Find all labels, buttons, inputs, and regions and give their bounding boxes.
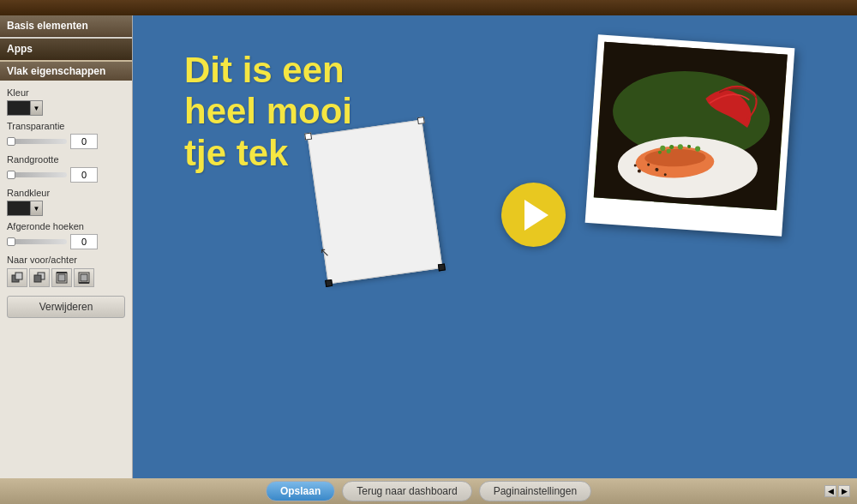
kleur-swatch[interactable] [7, 100, 31, 116]
naar-voor-achter-label: Naar voor/achter [7, 255, 125, 265]
layer-buttons-group [7, 268, 125, 287]
scroll-indicator: ◀ ▶ [824, 485, 850, 497]
afgeronde-hoeken-label: Afgeronde hoeken [7, 221, 125, 231]
randgrootte-slider[interactable] [7, 172, 67, 177]
apps-header[interactable]: Apps [0, 39, 132, 60]
randkleur-label: Randkleur [7, 188, 125, 198]
verwijderen-button[interactable]: Verwijderen [7, 296, 125, 318]
canvas-text-line1: Dit is een [184, 50, 352, 91]
opslaan-button[interactable]: Opslaan [266, 481, 335, 501]
handle-top-right[interactable] [417, 117, 425, 124]
paginainstellingen-button[interactable]: Paginainstellingen [479, 481, 591, 501]
selected-shape[interactable] [307, 119, 442, 284]
svg-rect-8 [81, 274, 87, 281]
scroll-right-arrow[interactable]: ▶ [838, 485, 850, 497]
vlak-eigenschappen-header: Vlak eigenschappen [0, 62, 132, 81]
layer-btn-3[interactable] [51, 268, 72, 287]
play-triangle-icon [524, 200, 548, 231]
randkleur-dropdown[interactable]: ▼ [31, 201, 43, 216]
sidebar: Basis elementen Apps Vlak eigenschappen … [0, 15, 133, 478]
kleur-dropdown[interactable]: ▼ [31, 100, 43, 116]
transparantie-control: 0 [7, 134, 125, 149]
randgrootte-control: 0 [7, 167, 125, 183]
afgeronde-hoeken-slider[interactable] [7, 239, 67, 244]
apps-label: Apps [7, 43, 33, 55]
layer-btn-4[interactable] [74, 268, 94, 287]
handle-bottom-left[interactable] [325, 279, 333, 287]
handle-bottom-right[interactable] [438, 263, 446, 271]
main-area: Basis elementen Apps Vlak eigenschappen … [0, 15, 857, 478]
transparantie-input[interactable]: 0 [70, 134, 98, 149]
top-bar [0, 0, 857, 15]
canvas-area[interactable]: Dit is een heel mooi tje tek ↖ [133, 15, 857, 478]
scroll-left-arrow[interactable]: ◀ [824, 485, 836, 497]
randkleur-swatch[interactable] [7, 201, 31, 216]
afgeronde-hoeken-control: 0 [7, 234, 125, 249]
afgeronde-hoeken-input[interactable]: 0 [70, 234, 98, 249]
randgrootte-label: Randgrootte [7, 154, 125, 165]
basis-elementen-label: Basis elementen [7, 20, 88, 32]
basis-elementen-header[interactable]: Basis elementen [0, 15, 132, 37]
photo-element[interactable] [585, 34, 795, 237]
vlak-eigenschappen-section: Vlak eigenschappen Kleur ▼ Transparantie… [0, 60, 132, 478]
svg-rect-3 [34, 275, 41, 282]
layer-btn-1[interactable] [7, 268, 27, 287]
svg-rect-5 [58, 274, 65, 281]
vlak-eigenschappen-label: Vlak eigenschappen [7, 65, 105, 77]
randgrootte-input[interactable]: 0 [70, 167, 98, 183]
terug-naar-dashboard-button[interactable]: Terug naar dashboard [342, 481, 471, 501]
canvas-text-line2: heel mooi [184, 91, 352, 132]
transparantie-label: Transparantie [7, 121, 125, 131]
transparantie-slider[interactable] [7, 139, 67, 144]
randkleur-control: ▼ [7, 201, 125, 216]
bottom-bar: Opslaan Terug naar dashboard Paginainste… [0, 478, 857, 504]
handle-top-left[interactable] [304, 133, 312, 141]
layer-btn-2[interactable] [29, 268, 50, 287]
svg-rect-1 [15, 273, 22, 279]
kleur-control: ▼ [7, 100, 125, 116]
play-button[interactable] [501, 183, 566, 247]
kleur-label: Kleur [7, 87, 125, 98]
food-photo [594, 42, 788, 210]
